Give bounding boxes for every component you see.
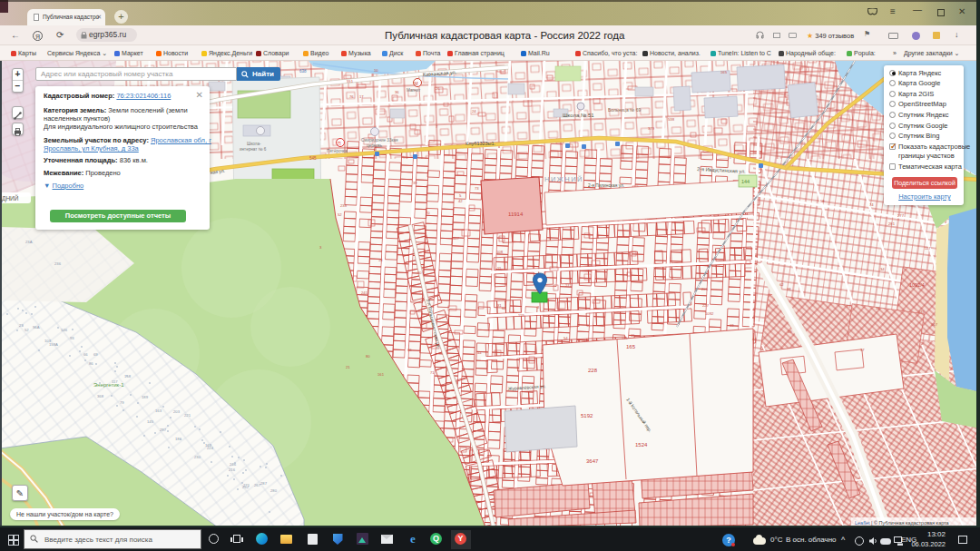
- svg-text:271: 271: [565, 283, 573, 288]
- svg-text:74: 74: [582, 339, 586, 343]
- svg-text:545: 545: [309, 156, 317, 161]
- svg-text:10: 10: [374, 68, 378, 73]
- svg-text:11: 11: [497, 266, 502, 271]
- svg-text:189: 189: [142, 395, 149, 399]
- svg-text:Магнит: Магнит: [407, 88, 421, 93]
- svg-text:59: 59: [788, 330, 792, 334]
- svg-text:93: 93: [70, 336, 74, 340]
- svg-text:13: 13: [876, 306, 880, 310]
- svg-text:551: 551: [347, 79, 354, 84]
- svg-text:38: 38: [787, 287, 791, 291]
- svg-text:Клуб1323ы1.: Клуб1323ы1.: [466, 141, 496, 146]
- svg-text:66: 66: [407, 348, 412, 352]
- svg-text:281: 281: [888, 221, 896, 226]
- svg-text:79: 79: [120, 400, 124, 405]
- svg-text:368: 368: [97, 394, 104, 398]
- svg-text:224: 224: [207, 446, 214, 450]
- svg-text:19: 19: [730, 323, 734, 328]
- svg-text:277: 277: [897, 213, 905, 218]
- svg-text:379: 379: [648, 126, 655, 131]
- svg-text:241: 241: [361, 290, 368, 295]
- svg-text:1092/4: 1092/4: [909, 282, 925, 288]
- svg-text:80: 80: [366, 354, 370, 359]
- svg-text:52: 52: [24, 328, 29, 332]
- svg-text:42: 42: [458, 199, 463, 203]
- svg-text:165: 165: [626, 344, 636, 349]
- svg-text:44: 44: [752, 337, 757, 341]
- svg-text:2-я Пилинская ул.: 2-я Пилинская ул.: [588, 183, 624, 188]
- svg-text:167: 167: [931, 322, 938, 327]
- svg-text:287: 287: [260, 481, 268, 486]
- svg-text:30: 30: [417, 271, 422, 275]
- svg-text:Leaflet: Leaflet: [855, 520, 870, 526]
- svg-text:М: М: [415, 81, 418, 86]
- svg-text:24: 24: [472, 109, 476, 113]
- svg-text:34: 34: [880, 267, 885, 271]
- svg-text:66: 66: [83, 352, 88, 357]
- svg-text:77: 77: [847, 304, 851, 309]
- svg-text:607: 607: [453, 236, 460, 241]
- svg-text:538: 538: [668, 117, 675, 122]
- svg-text:158: 158: [124, 374, 132, 379]
- svg-text:297: 297: [160, 428, 167, 432]
- svg-text:ДНИЙ: ДНИЙ: [2, 194, 19, 202]
- svg-text:11914: 11914: [508, 212, 524, 217]
- svg-text:96A: 96A: [33, 325, 40, 330]
- svg-text:230: 230: [194, 455, 201, 459]
- svg-text:62: 62: [502, 306, 506, 310]
- svg-text:23A: 23A: [25, 240, 33, 244]
- svg-text:76: 76: [349, 94, 354, 99]
- svg-text:71: 71: [430, 370, 435, 375]
- svg-text:221: 221: [184, 413, 191, 418]
- svg-text:5192: 5192: [581, 413, 593, 418]
- svg-text:238: 238: [340, 203, 348, 208]
- svg-text:Школа-: Школа-: [247, 142, 261, 146]
- svg-text:церковь: церковь: [367, 143, 383, 148]
- svg-text:Школа № 51: Школа № 51: [563, 113, 594, 118]
- svg-text:161: 161: [377, 372, 385, 377]
- svg-text:159A: 159A: [49, 342, 58, 347]
- svg-text:280: 280: [270, 488, 278, 493]
- svg-text:3647: 3647: [586, 458, 599, 464]
- svg-text:Энергетик-1: Энергетик-1: [93, 382, 124, 388]
- svg-text:П: П: [338, 141, 341, 146]
- svg-text:165: 165: [720, 70, 728, 74]
- svg-text:54: 54: [564, 336, 568, 340]
- svg-text:37: 37: [860, 348, 865, 352]
- svg-text:70: 70: [426, 211, 430, 215]
- svg-text:| © Публичная кадастровая карт: | © Публичная кадастровая карта: [871, 520, 950, 526]
- svg-text:108: 108: [496, 250, 504, 254]
- svg-text:227: 227: [702, 303, 710, 308]
- svg-text:1092: 1092: [705, 311, 714, 316]
- svg-text:117: 117: [925, 246, 931, 251]
- svg-text:62: 62: [779, 282, 784, 287]
- svg-text:интернат № 6: интернат № 6: [240, 147, 267, 152]
- svg-text:15: 15: [631, 333, 635, 338]
- svg-text:Пятёрочка: Пятёрочка: [327, 149, 348, 153]
- svg-text:Смиридоние 33кая: Смиридоние 33кая: [361, 138, 398, 143]
- svg-text:21: 21: [346, 365, 350, 369]
- svg-text:216: 216: [229, 467, 236, 472]
- svg-text:НИЖНИЙ: НИЖНИЙ: [544, 175, 583, 183]
- svg-text:36: 36: [395, 90, 399, 94]
- svg-text:69: 69: [93, 352, 98, 357]
- svg-text:52: 52: [338, 212, 342, 217]
- svg-text:203: 203: [173, 409, 181, 414]
- svg-text:1524: 1524: [635, 442, 648, 448]
- svg-text:26: 26: [436, 86, 440, 91]
- svg-text:Больница № 69: Больница № 69: [608, 107, 642, 113]
- svg-text:638: 638: [299, 69, 307, 74]
- svg-text:86: 86: [89, 361, 93, 366]
- svg-text:146: 146: [61, 328, 68, 332]
- svg-text:144: 144: [741, 179, 750, 184]
- svg-text:58: 58: [820, 199, 825, 203]
- svg-text:17: 17: [359, 94, 364, 99]
- svg-text:228: 228: [588, 368, 598, 373]
- svg-text:236: 236: [54, 261, 62, 266]
- svg-text:18: 18: [378, 258, 383, 262]
- svg-text:252: 252: [242, 485, 250, 489]
- svg-text:145: 145: [147, 419, 154, 424]
- svg-text:163: 163: [155, 408, 162, 413]
- svg-text:119: 119: [518, 313, 524, 318]
- svg-text:205: 205: [701, 287, 709, 291]
